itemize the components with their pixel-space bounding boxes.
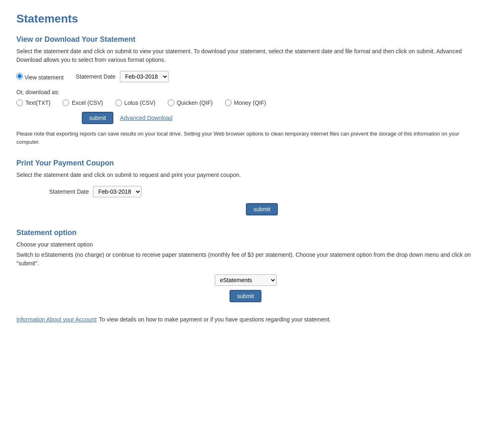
statement-option-submit-row: submit: [16, 290, 475, 302]
view-download-description: Select the statement date and click on s…: [16, 47, 475, 64]
excel-option[interactable]: Excel (CSV): [63, 100, 103, 106]
statement-option-descriptions: Choose your statement option Switch to e…: [16, 240, 475, 268]
view-statement-label[interactable]: View statement: [16, 73, 63, 81]
coupon-date-row: Statement Date Feb-03-2018 Jan-03-2018 D…: [49, 186, 475, 197]
money-option[interactable]: Money (QIF): [225, 100, 266, 106]
txt-option[interactable]: Text(TXT): [16, 100, 50, 106]
view-statement-radio[interactable]: [16, 73, 23, 79]
coupon-date-select[interactable]: Feb-03-2018 Jan-03-2018 Dec-03-2017: [93, 186, 142, 197]
view-download-section: View or Download Your Statement Select t…: [16, 35, 475, 146]
view-download-submit-button[interactable]: submit: [82, 112, 113, 124]
advanced-download-link[interactable]: Advanced Download: [120, 115, 172, 121]
coupon-description: Select the statement date and click on s…: [16, 171, 475, 179]
txt-radio[interactable]: [16, 100, 23, 106]
money-radio[interactable]: [225, 100, 232, 106]
lotus-option[interactable]: Lotus (CSV): [115, 100, 155, 106]
info-text: : To view details on how to make payment…: [96, 316, 331, 323]
statement-date-label: Statement Date: [76, 73, 115, 80]
coupon-submit-button[interactable]: submit: [246, 203, 277, 215]
quicken-radio[interactable]: [168, 100, 174, 106]
view-download-submit-row: submit Advanced Download: [82, 112, 475, 124]
info-account-link[interactable]: Information About your Account: [16, 316, 96, 323]
page-title: Statements: [16, 12, 475, 25]
statement-date-select[interactable]: Feb-03-2018 Jan-03-2018 Dec-03-2017: [120, 71, 169, 82]
excel-radio[interactable]: [63, 100, 69, 106]
download-format-options: Text(TXT) Excel (CSV) Lotus (CSV) Quicke…: [16, 100, 475, 106]
download-options-block: Or, download as: Text(TXT) Excel (CSV) L…: [16, 89, 475, 106]
statement-option-heading: Statement option: [16, 229, 475, 237]
info-section: Information About your Account: To view …: [16, 315, 475, 324]
lotus-radio[interactable]: [115, 100, 122, 106]
statement-option-desc1: Choose your statement option: [16, 240, 475, 249]
quicken-option[interactable]: Quicken (QIF): [168, 100, 213, 106]
view-statement-row: View statement Statement Date Feb-03-201…: [16, 71, 475, 82]
coupon-heading: Print Your Payment Coupon: [16, 159, 475, 167]
download-as-label: Or, download as:: [16, 89, 475, 95]
statement-option-submit-button[interactable]: submit: [230, 290, 261, 302]
statement-option-section: Statement option Choose your statement o…: [16, 229, 475, 302]
statement-option-select[interactable]: eStatements Paper Statements: [215, 274, 277, 286]
coupon-section: Print Your Payment Coupon Select the sta…: [16, 159, 475, 215]
coupon-date-label: Statement Date: [49, 188, 89, 195]
statement-option-desc2: Switch to eStatements (no charge) or con…: [16, 251, 475, 268]
view-download-heading: View or Download Your Statement: [16, 35, 475, 44]
statement-option-select-row: eStatements Paper Statements: [16, 274, 475, 286]
export-note: Please note that exporting reports can s…: [16, 130, 475, 146]
coupon-submit-row: submit: [49, 203, 475, 215]
